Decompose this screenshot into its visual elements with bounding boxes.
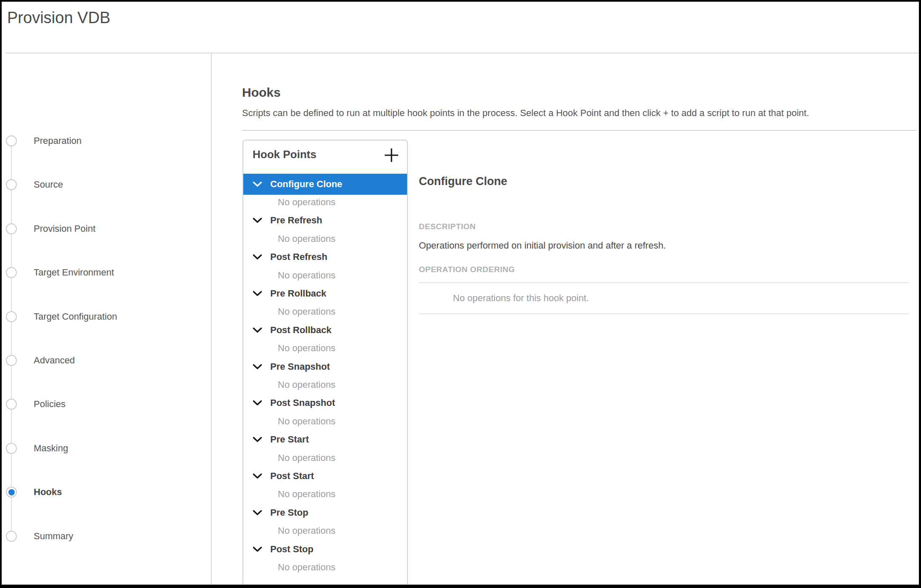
step-radio-icon: [6, 179, 17, 190]
chevron-down-icon: [253, 510, 263, 516]
hook-point-label: Pre Refresh: [270, 215, 322, 226]
hook-point-status: No operations: [243, 266, 407, 284]
step-label: Source: [34, 179, 63, 190]
chevron-down-icon: [253, 437, 263, 442]
hook-point-label: Post Rollback: [270, 325, 331, 336]
hook-point-status: No operations: [243, 230, 407, 248]
step-radio-icon: [6, 267, 17, 278]
hook-point-row-pre-stop[interactable]: Pre Stop: [243, 503, 407, 522]
operation-ordering-label: OPERATION ORDERING: [419, 265, 515, 274]
step-radio-icon: [6, 311, 17, 322]
provision-vdb-dialog: Provision VDB Preparation Source Provisi…: [2, 2, 919, 585]
hook-point-row-post-snapshot[interactable]: Post Snapshot: [243, 394, 407, 412]
stepper-connector-line: [11, 141, 12, 536]
hook-point-label: Post Snapshot: [270, 397, 335, 408]
no-operations-message: No operations for this hook point.: [453, 293, 589, 304]
add-hook-script-button[interactable]: [383, 147, 399, 163]
hook-points-title: Hook Points: [253, 148, 317, 161]
chevron-down-icon: [253, 181, 263, 187]
step-label: Preparation: [34, 135, 82, 146]
hook-point-status: No operations: [243, 376, 407, 394]
hook-points-panel-header: Hook Points: [243, 140, 407, 175]
hook-point-row-configure-clone[interactable]: Configure Clone: [243, 174, 407, 195]
hook-point-status: No operations: [243, 303, 407, 321]
hook-detail-heading: Configure Clone: [419, 175, 507, 188]
chevron-down-icon: [253, 473, 263, 479]
hook-point-label: Pre Start: [270, 434, 309, 445]
step-radio-icon: [6, 399, 17, 410]
ordering-divider-bottom: [419, 313, 909, 314]
hook-detail-description: Operations performed on initial provisio…: [419, 240, 666, 251]
hook-point-label: Post Start: [270, 471, 314, 482]
plus-icon: [383, 147, 399, 163]
chevron-down-icon: [253, 217, 263, 223]
hook-point-row-post-start[interactable]: Post Start: [243, 467, 407, 485]
wizard-stepper-sidebar: Preparation Source Provision Point Targe…: [2, 53, 211, 585]
hook-point-row-pre-rollback[interactable]: Pre Rollback: [243, 284, 407, 302]
step-label: Target Environment: [34, 267, 114, 278]
step-label: Summary: [34, 531, 73, 542]
chevron-down-icon: [253, 400, 263, 406]
sidebar-divider: [211, 53, 212, 585]
section-divider: [242, 130, 916, 131]
hook-points-list: Configure Clone No operations Pre Refres…: [243, 175, 407, 577]
chevron-down-icon: [253, 254, 263, 260]
hook-point-label: Post Refresh: [270, 252, 327, 262]
ordering-divider-top: [419, 282, 909, 283]
step-radio-icon: [6, 355, 17, 366]
hook-point-row-pre-snapshot[interactable]: Pre Snapshot: [243, 358, 407, 376]
step-radio-icon: [6, 531, 17, 542]
hook-point-label: Pre Stop: [270, 507, 308, 518]
step-radio-icon: [6, 487, 17, 498]
step-label: Target Configuration: [34, 311, 117, 322]
section-heading: Hooks: [242, 85, 281, 100]
hook-point-row-pre-refresh[interactable]: Pre Refresh: [243, 212, 407, 230]
step-radio-icon: [6, 223, 17, 234]
step-radio-icon: [6, 443, 17, 454]
step-label: Provision Point: [34, 223, 96, 234]
hook-point-label: Post Stop: [270, 544, 314, 555]
step-label: Advanced: [34, 355, 75, 366]
hook-point-label: Configure Clone: [270, 179, 342, 190]
hook-point-status: No operations: [243, 449, 407, 467]
chevron-down-icon: [253, 546, 263, 552]
hook-point-status: No operations: [243, 558, 407, 576]
step-label: Hooks: [34, 487, 62, 498]
step-radio-icon: [6, 135, 17, 146]
hook-point-status: No operations: [243, 193, 407, 211]
page-title: Provision VDB: [7, 9, 110, 27]
hook-point-status: No operations: [243, 522, 407, 540]
hook-point-status: No operations: [243, 485, 407, 503]
hook-point-row-post-rollback[interactable]: Post Rollback: [243, 321, 407, 339]
step-label: Masking: [34, 443, 68, 454]
section-description: Scripts can be defined to run at multipl…: [242, 108, 902, 119]
hook-points-panel: Hook Points Configure Clone No operation…: [242, 140, 408, 585]
hook-point-status: No operations: [243, 339, 407, 358]
step-label: Policies: [34, 399, 66, 410]
chevron-down-icon: [253, 364, 263, 370]
hook-point-row-post-refresh[interactable]: Post Refresh: [243, 248, 407, 266]
hook-point-label: Pre Snapshot: [270, 361, 330, 372]
hook-point-row-post-stop[interactable]: Post Stop: [243, 540, 407, 558]
hook-point-label: Pre Rollback: [270, 288, 326, 299]
hook-point-row-pre-start[interactable]: Pre Start: [243, 430, 407, 448]
hook-point-status: No operations: [243, 412, 407, 430]
chevron-down-icon: [253, 291, 263, 297]
chevron-down-icon: [253, 327, 263, 333]
description-label: DESCRIPTION: [419, 222, 476, 231]
